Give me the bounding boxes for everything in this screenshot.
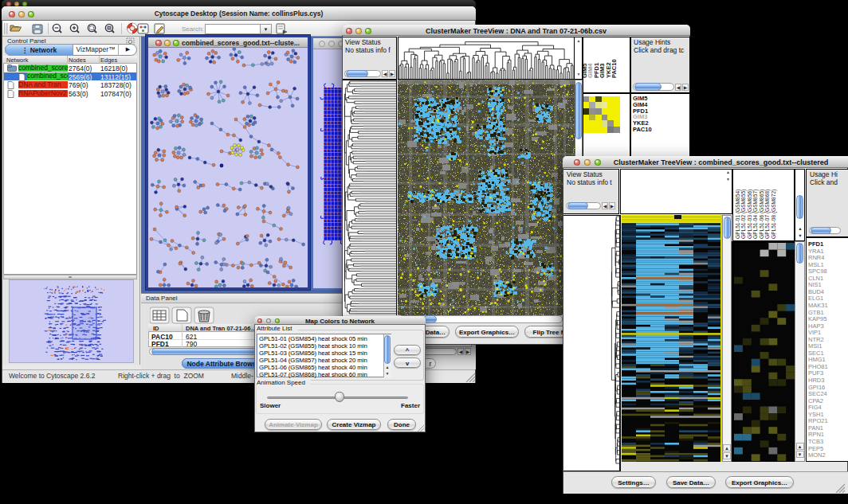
svg-text:PAC10: PAC10 [610, 59, 618, 78]
svg-text:GPL51-08 (GSM872): GPL51-08 (GSM872) [771, 189, 777, 239]
